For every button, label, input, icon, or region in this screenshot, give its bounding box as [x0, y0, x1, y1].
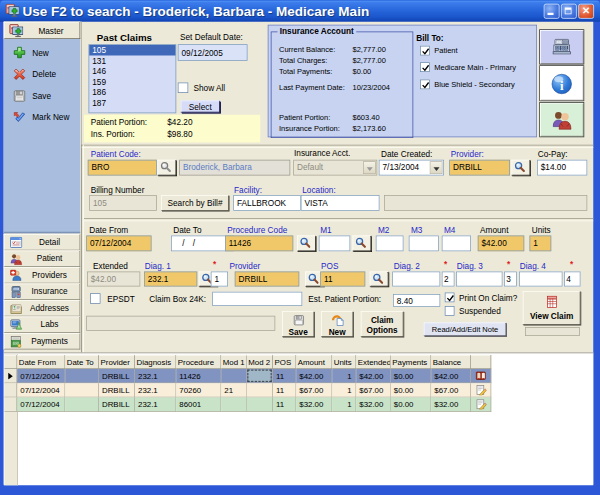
- list-item-claim[interactable]: 105: [89, 45, 175, 56]
- billing-button[interactable]: [539, 29, 584, 64]
- grid-cell[interactable]: 21: [221, 383, 247, 397]
- sidebar-group-master[interactable]: Master: [4, 22, 81, 39]
- grid-cell[interactable]: DRBILL: [99, 369, 135, 383]
- diag3-pointer-field[interactable]: 3: [504, 272, 517, 287]
- sidebar-group-addresses[interactable]: Addresses: [4, 300, 81, 317]
- grid-cell[interactable]: [221, 369, 247, 383]
- show-all-checkbox[interactable]: [178, 83, 189, 94]
- grid-cell[interactable]: [65, 369, 99, 383]
- view-claim-button[interactable]: View Claim: [523, 291, 581, 325]
- search-by-bill-button[interactable]: Search by Bill#: [161, 195, 229, 211]
- sidebar-action-new[interactable]: New: [4, 46, 81, 63]
- minimize-button[interactable]: [544, 4, 560, 19]
- diag4-field[interactable]: [519, 272, 563, 287]
- location-field[interactable]: VISTA: [301, 195, 380, 211]
- save-claim-button[interactable]: Save: [282, 311, 314, 337]
- sidebar-group-insurance[interactable]: Insurance: [4, 284, 81, 301]
- procedure-search-button[interactable]: [297, 236, 316, 252]
- grid-cell[interactable]: 11426: [176, 369, 221, 383]
- procedure-code-field[interactable]: 11426: [225, 236, 293, 252]
- m1-search-button[interactable]: [353, 236, 372, 252]
- print-on-claim-checkbox[interactable]: [445, 293, 455, 303]
- est-patient-portion-field[interactable]: 8.40: [393, 294, 440, 307]
- m3-field[interactable]: [409, 236, 439, 252]
- grid-cell[interactable]: 232.1: [135, 383, 176, 397]
- grid-cell[interactable]: $32.00: [296, 398, 332, 412]
- grid-cell[interactable]: [247, 383, 273, 397]
- provider-field[interactable]: DRBILL: [449, 160, 510, 176]
- sidebar-action-save[interactable]: Save: [4, 89, 81, 106]
- grid-cell[interactable]: $42.00: [431, 369, 471, 383]
- grid-row-selector[interactable]: [5, 398, 18, 412]
- claim-box-field[interactable]: [212, 292, 302, 306]
- bill-to-medicare-checkbox[interactable]: [420, 62, 430, 72]
- grid-cell[interactable]: [65, 383, 99, 397]
- grid-cell[interactable]: $67.00: [356, 383, 391, 397]
- grid-cell[interactable]: 11: [273, 398, 296, 412]
- list-item-claim[interactable]: 131: [89, 56, 175, 67]
- list-item-claim[interactable]: 186: [89, 87, 175, 98]
- grid-row-selector[interactable]: [5, 383, 18, 397]
- grid-cell[interactable]: [247, 369, 273, 383]
- grid-header[interactable]: Balance: [431, 355, 471, 369]
- grid-cell[interactable]: 232.1: [135, 369, 176, 383]
- date-created-combo[interactable]: 7/13/2004: [379, 160, 444, 176]
- grid-cell[interactable]: $32.00: [356, 398, 391, 412]
- grid-header[interactable]: Payments: [391, 355, 432, 369]
- info-button[interactable]: i: [539, 65, 584, 101]
- grid-cell[interactable]: 07/12/2004: [17, 383, 65, 397]
- dropdown-arrow-icon[interactable]: [363, 161, 376, 174]
- provider-search-button[interactable]: [512, 160, 531, 176]
- maximize-button[interactable]: [561, 4, 577, 19]
- grid-cell[interactable]: DRBILL: [99, 398, 135, 412]
- close-button[interactable]: ✕: [578, 4, 594, 19]
- grid-cell[interactable]: $0.00: [391, 369, 432, 383]
- bill-to-patient-checkbox[interactable]: [420, 46, 430, 56]
- units-field[interactable]: 1: [530, 236, 552, 252]
- grid-header[interactable]: Mod 1: [221, 355, 247, 369]
- grid-header[interactable]: Procedure: [176, 355, 221, 369]
- sidebar-action-mark-new[interactable]: Mark New: [4, 110, 81, 127]
- grid-cell[interactable]: $32.00: [431, 398, 471, 412]
- grid-cell[interactable]: 1: [332, 398, 356, 412]
- patient-code-search-button[interactable]: [158, 160, 177, 176]
- grid-header[interactable]: Date To: [65, 355, 99, 369]
- list-item-claim[interactable]: 159: [89, 77, 175, 88]
- read-add-edit-note-button[interactable]: Read/Add/Edit Note: [424, 323, 507, 337]
- grid-header[interactable]: Diagnosis: [135, 355, 176, 369]
- grid-cell[interactable]: 11: [273, 383, 296, 397]
- sidebar-group-payments[interactable]: Payments: [4, 333, 81, 350]
- grid-cell[interactable]: [247, 398, 273, 412]
- sidebar-group-detail[interactable]: Detail: [4, 234, 81, 251]
- suspended-checkbox[interactable]: [445, 306, 455, 316]
- grid-cell[interactable]: $0.00: [391, 383, 432, 397]
- claim-options-button[interactable]: Claim Options: [361, 311, 404, 337]
- grid-header[interactable]: Units: [332, 355, 356, 369]
- diag4-pointer-field[interactable]: 4: [564, 272, 581, 287]
- patients-button[interactable]: [539, 102, 584, 137]
- grid-cell[interactable]: 1: [332, 383, 356, 397]
- grid-cell[interactable]: [65, 398, 99, 412]
- grid-header[interactable]: Date From: [17, 355, 65, 369]
- title-bar[interactable]: Use F2 to search - Broderick, Barbara - …: [0, 0, 600, 22]
- grid-header[interactable]: POS: [273, 355, 296, 369]
- facility-field[interactable]: FALLBROOK: [233, 195, 301, 211]
- diag2-field[interactable]: [392, 272, 440, 287]
- grid-cell[interactable]: 232.1: [135, 398, 176, 412]
- new-claim-button[interactable]: New: [321, 311, 353, 337]
- grid-header[interactable]: Amount: [296, 355, 332, 369]
- grid-cell[interactable]: [221, 398, 247, 412]
- grid-cell[interactable]: DRBILL: [99, 383, 135, 397]
- grid-header[interactable]: Extended: [356, 355, 391, 369]
- grid-cell[interactable]: 70260: [176, 383, 221, 397]
- list-item-claim[interactable]: 187: [89, 98, 175, 109]
- sidebar-group-providers[interactable]: Providers: [4, 267, 81, 284]
- dropdown-arrow-icon[interactable]: [430, 161, 443, 174]
- grid-row-note-button[interactable]: [471, 369, 491, 383]
- grid-header[interactable]: Provider: [99, 355, 135, 369]
- grid-header[interactable]: Mod 2: [247, 355, 273, 369]
- diag2-pointer-field[interactable]: 2: [442, 272, 455, 287]
- grid-cell[interactable]: $67.00: [296, 383, 332, 397]
- list-item-claim[interactable]: 146: [89, 66, 175, 77]
- grid-cell[interactable]: 07/12/2004: [17, 398, 65, 412]
